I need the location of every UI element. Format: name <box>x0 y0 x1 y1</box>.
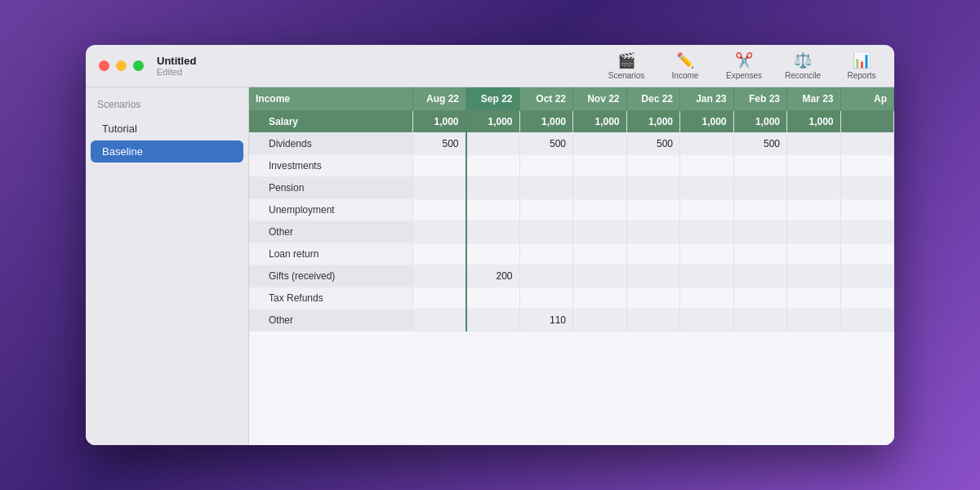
maximize-button[interactable] <box>133 60 144 71</box>
cell[interactable]: 1,000 <box>519 111 573 133</box>
cell[interactable] <box>573 310 627 332</box>
col-ap[interactable]: Ap <box>840 87 894 111</box>
cell[interactable] <box>733 221 787 243</box>
cell[interactable] <box>626 177 680 199</box>
cell[interactable] <box>519 265 573 287</box>
cell[interactable] <box>787 133 841 155</box>
cell[interactable] <box>787 243 841 265</box>
cell[interactable] <box>840 310 894 332</box>
cell[interactable] <box>519 177 573 199</box>
cell[interactable] <box>412 243 466 265</box>
col-sep22[interactable]: Sep 22 <box>466 87 520 111</box>
cell[interactable] <box>787 287 841 310</box>
row-label[interactable]: Loan return <box>249 243 412 265</box>
col-mar23[interactable]: Mar 23 <box>787 87 841 111</box>
cell[interactable] <box>840 221 894 243</box>
cell[interactable] <box>733 177 787 199</box>
close-button[interactable] <box>99 60 109 71</box>
cell[interactable] <box>680 243 734 265</box>
cell[interactable]: 1,000 <box>412 111 466 133</box>
cell[interactable] <box>412 287 466 310</box>
cell[interactable] <box>466 310 520 332</box>
cell[interactable] <box>787 177 841 199</box>
cell[interactable] <box>680 287 734 310</box>
cell[interactable] <box>466 243 520 265</box>
cell[interactable]: 500 <box>626 133 680 155</box>
row-label[interactable]: Tax Refunds <box>249 287 412 310</box>
cell[interactable] <box>787 265 841 287</box>
cell[interactable] <box>680 133 734 155</box>
cell[interactable]: 500 <box>733 133 787 155</box>
cell[interactable] <box>840 265 894 287</box>
cell[interactable] <box>626 199 680 221</box>
row-label[interactable]: Dividends <box>249 133 412 155</box>
row-label[interactable]: Other <box>249 310 412 332</box>
cell[interactable] <box>840 243 894 265</box>
cell[interactable] <box>626 155 680 177</box>
row-label[interactable]: Unemployment <box>249 199 412 221</box>
col-nov22[interactable]: Nov 22 <box>573 87 627 111</box>
row-label[interactable]: Other <box>249 221 412 243</box>
cell[interactable]: 1,000 <box>733 111 787 133</box>
cell[interactable] <box>466 199 520 221</box>
cell[interactable] <box>840 111 894 133</box>
cell[interactable] <box>680 199 734 221</box>
cell[interactable] <box>680 155 734 177</box>
cell[interactable] <box>733 310 787 332</box>
cell[interactable]: 500 <box>412 133 466 155</box>
cell[interactable] <box>573 265 627 287</box>
col-income[interactable]: Income <box>249 87 412 111</box>
sidebar-item-baseline[interactable]: Baseline <box>91 140 243 163</box>
cell[interactable]: 500 <box>519 133 573 155</box>
col-jan23[interactable]: Jan 23 <box>680 87 734 111</box>
row-label[interactable]: Gifts (received) <box>249 265 412 287</box>
cell[interactable] <box>412 199 466 221</box>
cell[interactable] <box>573 155 627 177</box>
cell[interactable]: 1,000 <box>680 111 734 133</box>
cell[interactable]: 1,000 <box>787 111 841 133</box>
cell[interactable] <box>840 155 894 177</box>
cell[interactable] <box>840 133 894 155</box>
cell[interactable] <box>626 287 680 310</box>
col-aug22[interactable]: Aug 22 <box>412 87 466 111</box>
content-area[interactable]: Income Aug 22 Sep 22 Oct 22 Nov 22 Dec 2… <box>249 87 894 445</box>
cell[interactable] <box>787 310 841 332</box>
toolbar-reconcile[interactable]: ⚖️ Reconcile <box>783 51 822 80</box>
cell[interactable] <box>626 243 680 265</box>
cell[interactable]: 110 <box>519 310 573 332</box>
cell[interactable] <box>412 177 466 199</box>
row-label[interactable]: Salary <box>249 111 412 133</box>
cell[interactable]: 200 <box>466 265 520 287</box>
cell[interactable]: 1,000 <box>466 111 520 133</box>
cell[interactable] <box>412 310 466 332</box>
cell[interactable] <box>573 221 627 243</box>
cell[interactable]: 1,000 <box>626 111 680 133</box>
row-label[interactable]: Investments <box>249 155 412 177</box>
cell[interactable] <box>840 177 894 199</box>
toolbar-scenarios[interactable]: 🎬 Scenarios <box>607 51 646 80</box>
cell[interactable] <box>680 221 734 243</box>
cell[interactable] <box>626 265 680 287</box>
col-dec22[interactable]: Dec 22 <box>626 87 680 111</box>
cell[interactable] <box>412 265 466 287</box>
cell[interactable] <box>733 243 787 265</box>
cell[interactable] <box>573 243 627 265</box>
cell[interactable] <box>680 177 734 199</box>
cell[interactable] <box>573 199 627 221</box>
cell[interactable] <box>733 287 787 310</box>
cell[interactable] <box>626 310 680 332</box>
cell[interactable] <box>519 155 573 177</box>
cell[interactable] <box>519 287 573 310</box>
row-label[interactable]: Pension <box>249 177 412 199</box>
cell[interactable] <box>466 177 520 199</box>
col-feb23[interactable]: Feb 23 <box>733 87 787 111</box>
cell[interactable] <box>573 133 627 155</box>
cell[interactable] <box>787 199 841 221</box>
cell[interactable] <box>680 310 734 332</box>
toolbar-income[interactable]: ✏️ Income <box>666 51 705 80</box>
cell[interactable] <box>733 265 787 287</box>
cell[interactable] <box>466 155 520 177</box>
cell[interactable] <box>519 221 573 243</box>
toolbar-expenses[interactable]: ✂️ Expenses <box>724 51 764 80</box>
cell[interactable] <box>840 287 894 310</box>
